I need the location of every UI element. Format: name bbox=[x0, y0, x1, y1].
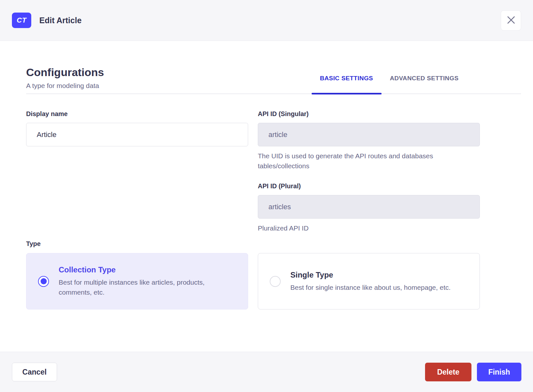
collection-type-radio[interactable] bbox=[38, 276, 49, 287]
single-type-radio[interactable] bbox=[270, 276, 281, 287]
type-label: Type bbox=[26, 240, 507, 248]
form-right-column: API ID (Singular) The UID is used to gen… bbox=[258, 110, 480, 233]
collection-type-text: Collection Type Best for multiple instan… bbox=[59, 265, 236, 297]
type-section: Type Collection Type Best for multiple i… bbox=[26, 240, 507, 309]
api-id-plural-hint: Pluralized API ID bbox=[258, 223, 466, 233]
finish-button[interactable]: Finish bbox=[477, 363, 521, 381]
api-id-plural-input bbox=[258, 195, 480, 219]
tab-basic-settings[interactable]: BASIC SETTINGS bbox=[312, 75, 382, 94]
content-type-badge: CT bbox=[12, 13, 31, 28]
api-id-singular-label: API ID (Singular) bbox=[258, 110, 480, 118]
close-icon bbox=[507, 15, 516, 26]
display-name-field: Display name bbox=[26, 110, 248, 146]
settings-tabs: BASIC SETTINGS ADVANCED SETTINGS bbox=[312, 75, 467, 94]
delete-button[interactable]: Delete bbox=[425, 363, 471, 381]
modal-title: Edit Article bbox=[39, 16, 82, 25]
display-name-label: Display name bbox=[26, 110, 248, 118]
edit-article-modal: CT Edit Article Configurations A type fo… bbox=[0, 0, 533, 392]
api-id-plural-label: API ID (Plural) bbox=[258, 182, 480, 190]
single-type-text: Single Type Best for single instance lik… bbox=[290, 270, 468, 292]
cancel-button[interactable]: Cancel bbox=[12, 363, 57, 381]
modal-footer: Cancel Delete Finish bbox=[0, 352, 533, 392]
api-id-singular-hint: The UID is used to generate the API rout… bbox=[258, 151, 466, 171]
form-left-column: Display name bbox=[26, 110, 248, 233]
tab-advanced-settings[interactable]: ADVANCED SETTINGS bbox=[382, 75, 467, 94]
modal-body: Configurations A type for modeling data … bbox=[0, 41, 533, 352]
api-id-plural-field: API ID (Plural) Pluralized API ID bbox=[258, 182, 480, 233]
single-type-title: Single Type bbox=[290, 270, 465, 279]
api-id-singular-input bbox=[258, 123, 480, 146]
collection-type-description: Best for multiple instances like article… bbox=[59, 277, 233, 297]
display-name-input[interactable] bbox=[26, 123, 248, 146]
content-type-badge-label: CT bbox=[17, 16, 26, 24]
type-cards: Collection Type Best for multiple instan… bbox=[26, 253, 507, 309]
page-subtitle: A type for modeling data bbox=[26, 82, 104, 90]
configurations-header: Configurations A type for modeling data … bbox=[26, 66, 521, 94]
modal-header: CT Edit Article bbox=[0, 0, 533, 41]
configurations-form: Display name API ID (Singular) The UID i… bbox=[26, 110, 507, 233]
api-id-singular-field: API ID (Singular) The UID is used to gen… bbox=[258, 110, 480, 171]
close-button[interactable] bbox=[501, 10, 521, 31]
page-title: Configurations bbox=[26, 66, 104, 79]
configurations-titles: Configurations A type for modeling data bbox=[26, 66, 104, 94]
collection-type-card[interactable]: Collection Type Best for multiple instan… bbox=[26, 253, 248, 309]
collection-type-title: Collection Type bbox=[59, 265, 233, 274]
single-type-card[interactable]: Single Type Best for single instance lik… bbox=[258, 253, 480, 309]
single-type-description: Best for single instance like about us, … bbox=[290, 282, 465, 292]
